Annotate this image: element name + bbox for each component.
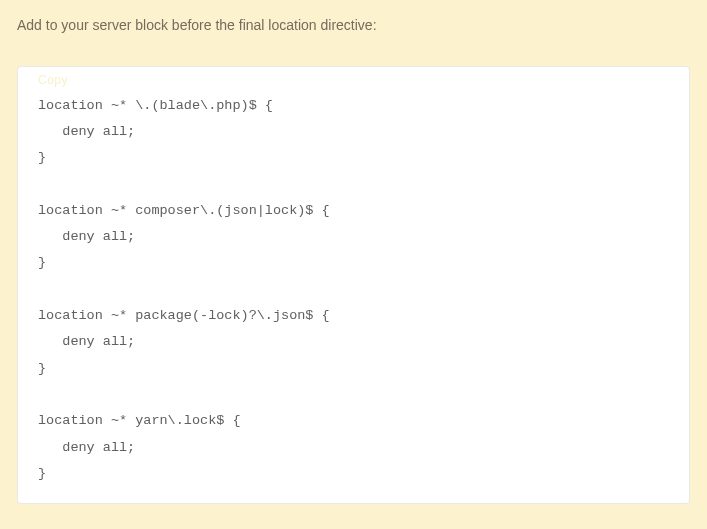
- code-block: Copy location ~* \.(blade\.php)$ { deny …: [17, 66, 690, 505]
- copy-button[interactable]: Copy: [38, 73, 68, 87]
- intro-text: Add to your server block before the fina…: [17, 16, 690, 36]
- code-content: location ~* \.(blade\.php)$ { deny all; …: [38, 93, 669, 488]
